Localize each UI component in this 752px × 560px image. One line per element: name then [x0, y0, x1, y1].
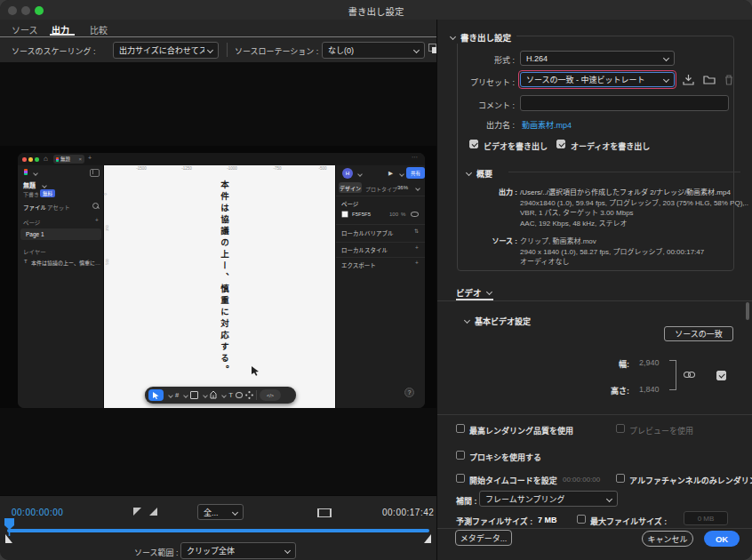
summary-output-label: 出力 : — [458, 188, 517, 198]
free-badge: 無料 — [40, 189, 55, 197]
set-out-point-icon[interactable] — [149, 508, 157, 516]
more-icon: ⋯ — [412, 154, 418, 161]
chevron-down-icon — [203, 393, 208, 398]
source-rotation-select[interactable]: なし(0) — [322, 42, 425, 59]
search-icon — [92, 203, 99, 209]
summary-header-line — [508, 172, 740, 172]
source-range-select[interactable]: クリップ全体 — [180, 542, 296, 559]
source-range-label: ソース範囲 : — [134, 547, 179, 558]
figma-logo-icon — [56, 157, 59, 162]
pen-tool-icon — [210, 391, 217, 399]
chevron-down-icon — [232, 508, 238, 515]
summary-source-label: ソース : — [458, 236, 517, 247]
link-icon-2 — [688, 372, 695, 378]
range-handle-right[interactable] — [424, 534, 431, 543]
figma-file-tab: 無題 × — [53, 155, 84, 164]
ruler-label: -1000 — [227, 166, 237, 171]
interpolation-select[interactable]: フレームサンプリング — [479, 491, 618, 507]
use-previews-label: プレビューを使用 — [629, 425, 693, 436]
preset-select[interactable]: ソースの一致 - 中速ビットレート — [520, 72, 675, 87]
figma-assets-tab-label: アセット — [47, 203, 70, 212]
save-preset-icon[interactable] — [683, 75, 694, 85]
figma-close-dot — [22, 157, 27, 162]
playhead[interactable] — [4, 518, 15, 536]
chevron-down-icon — [42, 183, 47, 188]
alpha-only-checkbox[interactable] — [616, 474, 625, 483]
design-tab: デザイン — [339, 182, 362, 193]
alpha-only-label: アルファチャンネルのみレンダリング — [629, 475, 752, 486]
import-preset-icon[interactable] — [703, 75, 716, 84]
width-value: 2,940 — [639, 358, 660, 367]
export-settings-header[interactable]: 書き出し設定 — [451, 31, 516, 44]
export-video-checkbox[interactable] — [469, 140, 478, 148]
output-name-link[interactable]: 動画素材.mp4 — [522, 119, 572, 131]
chevron-down-icon — [357, 172, 363, 177]
divider — [437, 528, 752, 529]
left-panel: ソース 出力 比較 ソースのスケーリング : 出力サイズに合わせてス... ソー… — [0, 20, 436, 560]
format-select[interactable]: H.264 — [520, 51, 675, 66]
video-preview-area: ⌂ 無題 × + ⋯ — [0, 62, 436, 495]
start-timecode-checkbox[interactable] — [456, 474, 465, 483]
page-section-label: ページ — [341, 199, 358, 208]
delete-preset-icon[interactable] — [724, 75, 733, 85]
tab-compare[interactable]: 比較 — [90, 23, 108, 36]
new-tab-icon: + — [88, 155, 92, 161]
use-proxies-checkbox[interactable] — [456, 451, 465, 460]
max-file-size-label: 最大ファイルサイズ : — [590, 516, 667, 527]
chevron-down-icon — [207, 47, 213, 53]
divider — [227, 43, 228, 57]
add-page-icon: + — [95, 217, 99, 223]
ok-button[interactable]: OK — [704, 531, 740, 547]
tab-source[interactable]: ソース — [12, 23, 38, 36]
fit-icon[interactable] — [317, 508, 332, 517]
add-export-icon: + — [415, 260, 419, 266]
chevron-down-icon — [183, 393, 188, 398]
max-file-size-checkbox[interactable] — [577, 515, 586, 524]
export-audio-checkbox[interactable] — [556, 140, 565, 148]
figma-menu-logo-icon — [24, 169, 28, 175]
timeline-zoom-select[interactable]: 全... — [197, 504, 244, 520]
divider — [336, 196, 425, 196]
output-name-label: 出力名 : — [458, 119, 515, 131]
ruler-label: -500 — [318, 166, 326, 171]
source-scaling-select[interactable]: 出力サイズに合わせてス... — [113, 42, 219, 59]
figma-layer-text: 本件は協議の上ー、慎重に対応する。 — [31, 259, 100, 267]
video-section-tab[interactable]: ビデオ — [456, 286, 492, 299]
match-source-button[interactable]: ソースの一致 — [664, 326, 733, 341]
chevron-down-icon — [33, 171, 38, 176]
comment-input[interactable] — [520, 95, 729, 111]
cancel-button[interactable]: キャンセル — [642, 531, 693, 547]
close-icon: × — [78, 156, 82, 162]
current-timecode[interactable]: 00:00:00:00 — [12, 508, 63, 517]
height-value: 1,840 — [639, 385, 660, 394]
chevron-down-icon — [415, 186, 420, 191]
export-settings-dialog: 書き出し設定 ソース 出力 比較 ソースのスケーリング : 出力サイズに合わせて… — [0, 0, 752, 560]
summary-header[interactable]: 概要 — [467, 168, 492, 180]
titlebar: 書き出し設定 — [0, 0, 752, 20]
max-render-quality-checkbox[interactable] — [456, 424, 465, 433]
mouse-cursor-icon — [252, 366, 260, 376]
divider — [336, 224, 425, 225]
scrollbar-thumb[interactable] — [746, 302, 749, 320]
prototype-tab: プロトタイプ — [365, 185, 397, 193]
settings-panel: 書き出し設定 形式 : H.264 プリセット : ソースの一致 - 中速ビット… — [436, 20, 752, 560]
help-icon: ? — [404, 388, 414, 397]
figma-pages-label: ページ — [23, 218, 40, 227]
figma-zoom-dot — [35, 157, 39, 162]
export-audio-label: オーディオを書き出し — [571, 140, 650, 152]
set-in-point-icon[interactable] — [133, 508, 141, 516]
text-tool-icon: T — [228, 391, 233, 399]
metadata-button[interactable]: メタデータ... — [455, 530, 512, 546]
range-handle-left[interactable] — [5, 534, 12, 543]
local-styles-label: ローカルスタイル — [341, 245, 388, 254]
constrain-proportions-checkbox[interactable] — [716, 371, 726, 380]
basic-video-settings-header[interactable]: 基本ビデオ設定 — [465, 316, 531, 327]
chevron-down-icon — [221, 393, 227, 398]
comment-label: コメント : — [458, 100, 515, 111]
timeline-track[interactable] — [7, 529, 429, 532]
figma-toolbar: # T </> — [145, 387, 296, 404]
figma-canvas: -1500 -1250 -1000 -750 -500 0 250 500 本件… — [104, 165, 335, 408]
color-opacity: 100 — [389, 212, 398, 217]
eye-icon — [411, 212, 419, 217]
use-proxies-label: プロキシを使用する — [469, 452, 541, 463]
